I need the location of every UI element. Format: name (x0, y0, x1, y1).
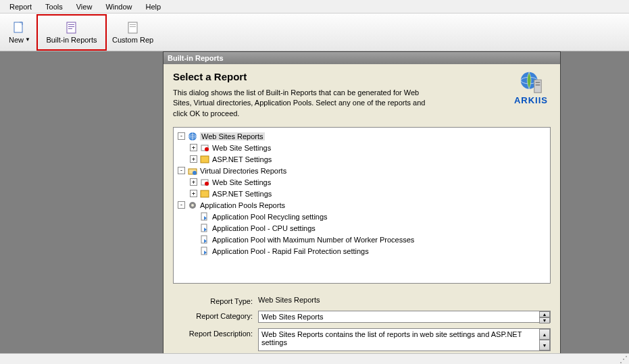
doc-arrow-icon (199, 235, 210, 244)
menu-report[interactable]: Report (3, 1, 39, 12)
spin-up-icon[interactable]: ▲ (539, 311, 550, 317)
expand-icon[interactable]: + (190, 190, 197, 197)
tree-node-vdirs-child[interactable]: + ASP.NET Settings (175, 188, 549, 199)
svg-rect-22 (201, 190, 209, 197)
brand-logo: ARKIIS (514, 70, 548, 105)
resize-grip-icon[interactable]: ⋰ (620, 355, 628, 364)
globe-icon (187, 132, 198, 141)
folder-globe-icon (187, 166, 198, 176)
doc-arrow-icon (199, 246, 210, 256)
report-description-value: Web Sites Reports contains the list of r… (261, 330, 522, 346)
menu-window[interactable]: Window (99, 1, 139, 12)
collapse-icon[interactable]: - (178, 201, 185, 209)
svg-rect-4 (68, 28, 72, 29)
svg-rect-11 (536, 82, 540, 83)
settings-red-icon (199, 178, 210, 187)
tree-node-apppools-child[interactable]: Application Pool with Maximum Number of … (175, 234, 549, 245)
custom-reports-button[interactable]: Custom Rep (107, 16, 159, 49)
svg-rect-0 (14, 22, 22, 32)
builtin-reports-dialog: Built-in Reports ARKIIS Select a Report … (163, 51, 561, 364)
custom-reports-label: Custom Rep (112, 36, 153, 44)
tree-node-vdirs-child[interactable]: + Web Site Settings (175, 176, 549, 188)
aspnet-icon (199, 155, 210, 164)
globe-server-icon (518, 70, 544, 95)
tree-node-vdirs[interactable]: - Virtual Directories Reports (175, 165, 549, 176)
svg-point-16 (205, 147, 209, 151)
report-category-value: Web Sites Reports (261, 313, 324, 321)
tree-node-websites[interactable]: - Web Sites Reports (175, 130, 549, 142)
collapse-icon[interactable]: - (178, 167, 185, 174)
svg-rect-17 (201, 156, 209, 163)
main-area: Built-in Reports ARKIIS Select a Report … (0, 51, 629, 353)
svg-rect-12 (536, 84, 540, 86)
report-type-value: Web Sites Reports (258, 296, 551, 304)
tree-node-apppools-child[interactable]: Application Pool - CPU settings (175, 222, 549, 234)
menu-help[interactable]: Help (139, 1, 168, 12)
dialog-heading: Select a Report (173, 71, 551, 82)
statusbar: ⋰ (0, 353, 629, 364)
spin-down-icon[interactable]: ▼ (539, 317, 550, 323)
report-description-label: Report Description: (173, 328, 258, 338)
tree-label: Application Pool - Rapid Fail Protection… (212, 247, 369, 255)
dialog-description: This dialog shows the list of Built-in R… (173, 88, 436, 119)
builtin-reports-label: Built-in Reports (46, 36, 97, 44)
report-category-label: Report Category: (173, 311, 258, 320)
tree-label: Application Pool Recycling settings (212, 213, 328, 221)
svg-point-24 (191, 204, 194, 207)
menubar: Report Tools View Window Help (0, 0, 629, 14)
aspnet-icon (199, 189, 210, 199)
svg-point-19 (193, 171, 197, 175)
menu-view[interactable]: View (70, 1, 99, 12)
new-button[interactable]: New ▼ (3, 16, 36, 49)
expand-icon[interactable]: + (190, 144, 197, 151)
tree-label: Application Pool - CPU settings (212, 224, 316, 232)
new-document-icon (12, 21, 27, 34)
tree-label: ASP.NET Settings (212, 155, 272, 163)
collapse-icon[interactable]: - (178, 132, 185, 140)
tree-label: Application Pool with Maximum Number of … (212, 236, 414, 244)
svg-rect-6 (130, 24, 136, 25)
expand-icon[interactable]: + (190, 178, 197, 186)
svg-rect-1 (67, 22, 76, 33)
svg-rect-7 (130, 26, 136, 27)
tree-label: Application Pools Reports (200, 201, 285, 209)
tree-label: Virtual Directories Reports (200, 167, 286, 175)
doc-arrow-icon (199, 224, 210, 233)
builtin-reports-button[interactable]: Built-in Reports (38, 16, 105, 49)
tree-node-websites-child[interactable]: + ASP.NET Settings (175, 153, 549, 165)
scroll-up-icon[interactable]: ▲ (539, 329, 550, 340)
tree-node-websites-child[interactable]: + Web Site Settings (175, 142, 549, 153)
tree-node-apppools-child[interactable]: Application Pool Recycling settings (175, 211, 549, 222)
dropdown-arrow-icon: ▼ (25, 36, 30, 43)
report-category-field[interactable]: Web Sites Reports ▲ ▼ (258, 311, 551, 323)
tree-label: Web Sites Reports (200, 132, 265, 140)
settings-red-icon (199, 143, 210, 153)
report-type-label: Report Type: (173, 296, 258, 305)
gear-icon (187, 201, 198, 210)
highlighted-builtin-reports: Built-in Reports (36, 14, 107, 51)
brand-text: ARKIIS (514, 95, 548, 105)
report-tree[interactable]: - Web Sites Reports + Web Site Settings … (173, 127, 551, 284)
tree-label: ASP.NET Settings (212, 190, 272, 198)
menu-tools[interactable]: Tools (39, 1, 70, 12)
report-icon (65, 21, 78, 34)
svg-rect-5 (128, 22, 137, 33)
dialog-titlebar[interactable]: Built-in Reports (163, 52, 560, 64)
report-description-field[interactable]: Web Sites Reports contains the list of r… (258, 328, 551, 351)
tree-node-apppools-child[interactable]: Application Pool - Rapid Fail Protection… (175, 245, 549, 257)
scroll-down-icon[interactable]: ▼ (539, 340, 550, 350)
tree-label: Web Site Settings (212, 178, 271, 186)
doc-arrow-icon (199, 212, 210, 222)
expand-icon[interactable]: + (190, 155, 197, 163)
custom-report-icon (126, 21, 140, 34)
svg-point-21 (205, 182, 209, 186)
tree-label: Web Site Settings (212, 144, 271, 152)
svg-rect-10 (534, 80, 541, 93)
svg-rect-3 (68, 26, 74, 27)
new-label: New (9, 36, 24, 44)
svg-rect-2 (68, 24, 74, 25)
tree-node-apppools[interactable]: - Application Pools Reports (175, 199, 549, 211)
toolbar: New ▼ Built-in Reports Custom Rep (0, 14, 629, 51)
